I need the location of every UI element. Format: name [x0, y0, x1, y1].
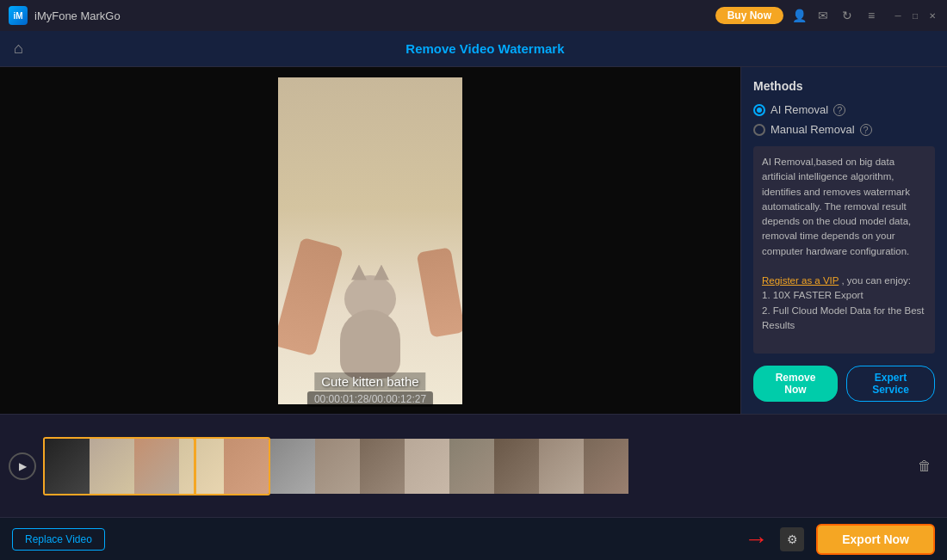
thumbnail-4 [179, 439, 224, 494]
vip-benefit-2: 2. Full Cloud Model Data for the Best Re… [762, 305, 925, 330]
cat-ear-left [351, 265, 367, 280]
mail-icon[interactable]: ✉ [814, 9, 832, 22]
expert-service-button[interactable]: Expert Service [846, 366, 935, 402]
thumbnail-2 [90, 439, 134, 494]
vip-benefit-1: 1. 10X FASTER Export [762, 290, 863, 300]
manual-removal-option[interactable]: Manual Removal ? [753, 123, 935, 136]
nav-bar: ⌂ Remove Video Watermark [0, 31, 947, 67]
menu-icon[interactable]: ≡ [863, 9, 880, 22]
ai-removal-option[interactable]: AI Removal ? [753, 103, 935, 116]
thumbnail-1 [45, 439, 90, 494]
bottom-controls: Replace Video → ⚙ Export Now [0, 517, 947, 560]
vip-link[interactable]: Register as a VIP [762, 275, 839, 286]
thumbnail-7 [315, 439, 360, 494]
ai-removal-label: AI Removal [771, 103, 828, 116]
app-logo: iM [9, 6, 28, 25]
ai-removal-radio[interactable] [753, 104, 765, 116]
close-button[interactable]: ✕ [926, 9, 938, 22]
export-now-button[interactable]: Export Now [816, 524, 935, 555]
thumbnail-11 [494, 439, 539, 494]
vip-suffix: , you can enjoy: [841, 275, 911, 286]
refresh-icon[interactable]: ↻ [839, 9, 856, 22]
cat-ear-right [374, 265, 389, 280]
methods-title: Methods [753, 79, 935, 93]
delete-button[interactable]: 🗑 [911, 452, 938, 480]
thumbnail-8 [360, 439, 405, 494]
video-area: Cute kitten bathe 00:00:01:28/00:00:12:2… [0, 67, 740, 414]
video-preview: Cute kitten bathe [278, 77, 462, 404]
user-icon[interactable]: 👤 [790, 9, 808, 22]
thumbnail-10 [449, 439, 494, 494]
thumbnails-container [43, 437, 904, 495]
description-text: AI Removal,based on big data artificial … [762, 157, 911, 256]
timeline-strip: ▶ 🗑 [0, 415, 947, 517]
selected-thumbnail-range [43, 437, 270, 495]
page-title: Remove Video Watermark [37, 41, 933, 56]
timeline-area: ▶ 🗑 [0, 414, 947, 517]
cat-scene [278, 77, 462, 404]
video-frame: Cute kitten bathe 00:00:01:28/00:00:12:2… [0, 67, 740, 414]
app-title: iMyFone MarkGo [34, 9, 121, 22]
manual-removal-info-icon[interactable]: ? [860, 124, 872, 136]
manual-removal-radio[interactable] [753, 124, 765, 136]
method-description: AI Removal,based on big data artificial … [753, 146, 935, 354]
arrow-icon: → [744, 526, 768, 553]
thumbnail-13 [584, 439, 628, 494]
thumbnail-12 [539, 439, 584, 494]
action-buttons: Remove Now Expert Service [753, 366, 935, 402]
play-button[interactable]: ▶ [9, 452, 36, 480]
title-bar-left: iM iMyFone MarkGo [9, 6, 121, 25]
settings-button[interactable]: ⚙ [780, 527, 804, 551]
replace-video-button[interactable]: Replace Video [12, 528, 105, 551]
minimize-button[interactable]: ─ [892, 9, 904, 22]
title-bar: iM iMyFone MarkGo Buy Now 👤 ✉ ↻ ≡ ─ □ ✕ [0, 0, 947, 31]
thumbnail-5 [224, 439, 269, 494]
main-content: Cute kitten bathe 00:00:01:28/00:00:12:2… [0, 67, 947, 414]
right-panel: Methods AI Removal ? Manual Removal ? AI… [740, 67, 947, 414]
buy-now-button[interactable]: Buy Now [715, 7, 783, 24]
window-controls: ─ □ ✕ [892, 9, 938, 22]
home-icon[interactable]: ⌂ [14, 40, 23, 58]
hand-right [417, 247, 462, 337]
video-timestamp: 00:00:01:28/00:00:12:27 [307, 391, 433, 407]
title-bar-right: Buy Now 👤 ✉ ↻ ≡ ─ □ ✕ [715, 7, 938, 24]
maximize-button[interactable]: □ [909, 9, 921, 22]
export-area: → ⚙ Export Now [744, 524, 935, 555]
thumbnail-9 [405, 439, 449, 494]
thumbnail-6 [270, 439, 315, 494]
cat-body [331, 275, 409, 378]
remove-now-button[interactable]: Remove Now [753, 366, 838, 402]
timeline-playhead [194, 437, 196, 495]
ai-removal-info-icon[interactable]: ? [833, 104, 845, 116]
video-watermark: Cute kitten bathe [314, 372, 425, 391]
cat-torso [340, 310, 400, 378]
method-radio-group: AI Removal ? Manual Removal ? [753, 103, 935, 136]
thumbnail-3 [134, 439, 179, 494]
manual-removal-label: Manual Removal [771, 123, 855, 136]
